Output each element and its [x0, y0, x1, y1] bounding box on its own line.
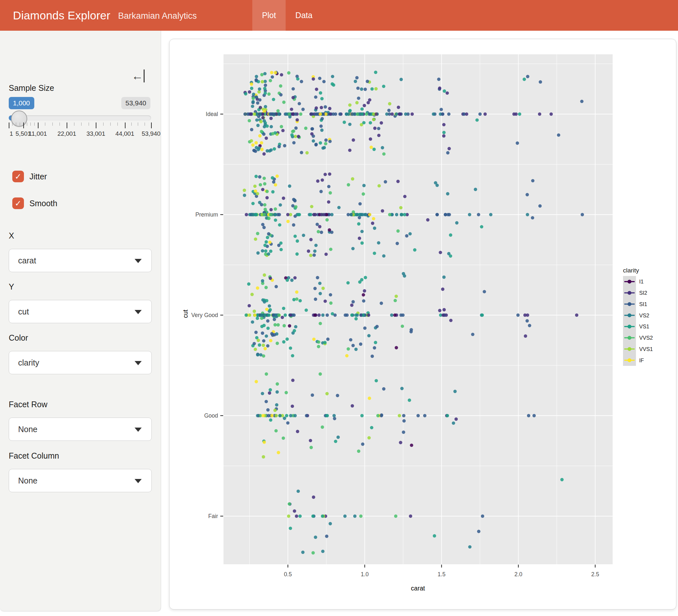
sample-size-slider-track[interactable] — [9, 115, 151, 121]
slider-tick-label: 53,940 — [142, 130, 160, 137]
slider-major-tick — [38, 122, 38, 128]
chevron-down-icon — [135, 427, 142, 432]
svg-text:Good: Good — [204, 412, 218, 419]
app-subtitle: Barkamian Analytics — [118, 10, 197, 21]
svg-text:Premium: Premium — [195, 211, 218, 218]
tab-data[interactable]: Data — [286, 0, 322, 31]
slider-minor-tick — [16, 122, 16, 126]
slider-minor-tick — [52, 122, 53, 126]
svg-text:SI1: SI1 — [639, 301, 647, 307]
slider-major-tick — [67, 122, 67, 128]
chevron-down-icon — [135, 479, 142, 483]
svg-text:VVS1: VVS1 — [639, 346, 653, 352]
slider-tick-label: 1 — [10, 130, 13, 137]
checkbox-box-icon[interactable] — [12, 171, 24, 182]
svg-text:0.5: 0.5 — [284, 571, 292, 578]
slider-minor-tick — [20, 122, 20, 126]
header-tabs: PlotData — [252, 0, 322, 31]
svg-text:VVS2: VVS2 — [639, 335, 653, 341]
select-facet-column[interactable]: None — [9, 469, 152, 492]
select-x[interactable]: carat — [9, 249, 152, 272]
slider-tick-label: 33,001 — [86, 130, 105, 137]
slider-minor-tick — [138, 122, 138, 126]
select-value: carat — [18, 256, 36, 265]
slider-major-tick — [151, 122, 152, 128]
checkbox-box-icon[interactable] — [12, 198, 24, 209]
select-color[interactable]: clarity — [9, 351, 152, 374]
checkbox-label: Jitter — [30, 172, 47, 181]
svg-text:clarity: clarity — [623, 267, 639, 274]
slider-tick-label: 11,001 — [29, 130, 47, 137]
checkbox-smooth[interactable]: Smooth — [12, 198, 57, 209]
y-axis: IdealPremiumVery GoodGoodFaircut — [182, 111, 223, 519]
app-root: Diamonds Explorer Barkamian Analytics Pl… — [0, 0, 678, 616]
app-title: Diamonds Explorer — [13, 9, 110, 22]
checkbox-jitter[interactable]: Jitter — [12, 171, 47, 182]
select-value: cut — [18, 307, 29, 317]
svg-text:2.5: 2.5 — [591, 571, 599, 578]
slider-minor-tick — [110, 122, 111, 126]
chevron-down-icon — [135, 259, 142, 263]
slider-minor-tick — [30, 122, 31, 126]
sidebar: ← Sample Size 1,000 53,940 15,50111,0012… — [0, 31, 161, 611]
sample-size-label: Sample Size — [9, 83, 54, 93]
plot-legend: clarityI1SI2SI1VS2VS1VVS2VVS1IF — [623, 267, 653, 366]
plot-card: IdealPremiumVery GoodGoodFaircut0.51.01.… — [169, 39, 676, 610]
svg-text:carat: carat — [411, 585, 425, 592]
slider-minor-tick — [60, 122, 60, 126]
svg-text:SI2: SI2 — [639, 290, 647, 296]
slider-tick-label: 44,001 — [115, 130, 134, 137]
select-value: None — [18, 425, 38, 434]
svg-text:Ideal: Ideal — [206, 111, 218, 117]
select-label-facet-row: Facet Row — [9, 400, 47, 409]
select-y[interactable]: cut — [9, 300, 152, 323]
collapse-sidebar-button[interactable]: ← — [131, 70, 145, 82]
slider-major-tick — [23, 122, 24, 128]
svg-text:2.0: 2.0 — [514, 571, 522, 578]
select-label-y: Y — [9, 282, 14, 291]
app-header: Diamonds Explorer Barkamian Analytics Pl… — [0, 0, 678, 31]
select-label-color: Color — [9, 333, 28, 342]
collapse-bar-icon — [144, 70, 145, 82]
svg-text:1.5: 1.5 — [438, 571, 445, 578]
checkbox-label: Smooth — [30, 199, 57, 208]
chevron-down-icon — [135, 361, 142, 365]
collapse-arrow-icon: ← — [131, 70, 143, 82]
select-facet-row[interactable]: None — [9, 418, 152, 441]
x-axis: 0.51.01.52.02.5carat — [284, 565, 599, 592]
tab-plot[interactable]: Plot — [252, 0, 286, 31]
slider-minor-tick — [27, 122, 27, 126]
slider-tick-label: 22,001 — [57, 130, 76, 137]
svg-text:Fair: Fair — [208, 513, 218, 519]
svg-text:VS2: VS2 — [639, 313, 649, 318]
main-content: IdealPremiumVery GoodGoodFaircut0.51.01.… — [161, 31, 678, 616]
svg-text:VS1: VS1 — [639, 324, 649, 329]
svg-text:IF: IF — [639, 358, 644, 363]
svg-text:1.0: 1.0 — [361, 571, 369, 578]
slider-minor-tick — [12, 122, 13, 126]
select-value: None — [18, 476, 38, 485]
slider-minor-tick — [89, 122, 89, 126]
slider-major-tick — [125, 122, 125, 128]
slider-value-badge: 1,000 — [9, 97, 34, 109]
select-label-facet-column: Facet Column — [9, 451, 59, 460]
svg-text:I1: I1 — [639, 279, 644, 284]
slider-minor-tick — [34, 122, 35, 126]
slider-major-tick — [96, 122, 97, 128]
slider-max-badge: 53,940 — [121, 97, 150, 109]
slider-tick-marks: 15,50111,00122,00133,00144,00153,940 — [9, 122, 151, 142]
select-value: clarity — [18, 358, 39, 367]
slider-major-tick — [9, 122, 9, 128]
slider-minor-tick — [117, 122, 118, 126]
slider-minor-tick — [81, 122, 81, 126]
scatter-plot: IdealPremiumVery GoodGoodFaircut0.51.01.… — [170, 39, 676, 609]
slider-minor-tick — [74, 122, 74, 126]
svg-text:cut: cut — [182, 309, 189, 318]
slider-minor-tick — [145, 122, 145, 126]
select-label-x: X — [9, 231, 14, 241]
slider-minor-tick — [45, 122, 45, 126]
slider-minor-tick — [103, 122, 104, 126]
svg-text:Very Good: Very Good — [191, 312, 218, 318]
chevron-down-icon — [135, 310, 142, 314]
